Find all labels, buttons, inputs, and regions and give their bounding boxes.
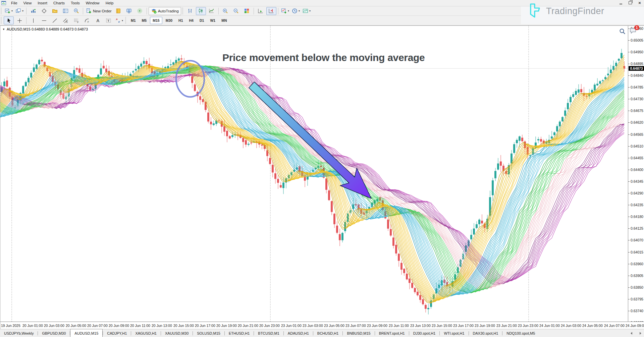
text-label-button[interactable]: T — [103, 16, 113, 24]
bar-chart-button[interactable] — [185, 7, 195, 15]
toolbar-handle[interactable] — [125, 17, 127, 24]
chart-tab-xauusd[interactable]: XAUUSD,M30 — [161, 329, 193, 337]
price-axis[interactable]: 0.650600.650050.649500.648950.648400.647… — [628, 26, 644, 322]
dropdown-caret-icon[interactable]: ▾ — [299, 9, 300, 12]
chart-tab-dax30.spot[interactable]: DAX30.spot,H1 — [469, 329, 502, 337]
timeframe-m1-button[interactable]: M1 — [128, 17, 139, 24]
signals-button[interactable] — [135, 7, 145, 15]
menu-item-tools[interactable]: Tools — [68, 1, 83, 5]
menu-item-insert[interactable]: Insert — [35, 1, 50, 5]
dropdown-caret-icon[interactable]: ▾ — [288, 9, 289, 12]
fibonacci-button[interactable]: F — [71, 16, 81, 24]
menu-item-view[interactable]: View — [20, 1, 35, 5]
metaeditor-button[interactable] — [113, 7, 123, 15]
fibo-channel-button[interactable]: F — [82, 16, 92, 24]
chart-tab-cadjpy[interactable]: CADJPY,H1 — [103, 329, 131, 337]
terminal-button[interactable] — [60, 7, 70, 15]
equidistant-channel-button[interactable]: E — [60, 16, 70, 24]
toolbar-handle[interactable] — [1, 17, 2, 24]
templates-button[interactable]: ▾ — [302, 7, 312, 15]
crosshair-button[interactable] — [14, 16, 24, 24]
toolbar-handle[interactable] — [1, 8, 2, 14]
time-axis-label: 20 Jun 19:00 — [216, 324, 237, 328]
vertical-line-button[interactable] — [28, 16, 38, 24]
periods-button[interactable]: ▾ — [291, 7, 301, 15]
time-axis[interactable]: 19 Jun 202520 Jun 01:0020 Jun 03:0020 Ju… — [0, 322, 644, 330]
chart-tab-bnbusd[interactable]: BNBUSD,M15 — [343, 329, 374, 337]
auto-scroll-button[interactable] — [256, 7, 266, 15]
horizontal-line-button[interactable] — [39, 16, 49, 24]
arrows-button[interactable]: ▾ — [114, 16, 124, 24]
line-chart-button[interactable] — [207, 7, 217, 15]
chart-shift-button[interactable] — [266, 7, 276, 15]
price-axis-label: 0.64840 — [631, 73, 643, 77]
indicators-button[interactable]: ▾ — [280, 7, 290, 15]
profiles-button[interactable]: ▾ — [14, 7, 24, 15]
chart-tab-brent.spot[interactable]: BRENT.spot,H1 — [375, 329, 409, 337]
menu-item-charts[interactable]: Charts — [50, 1, 68, 5]
time-axis-label: 23 Jun 09:00 — [367, 324, 387, 328]
data-window-button[interactable] — [39, 7, 49, 15]
chart-tab-btcusd[interactable]: BTCUSD,M1 — [254, 329, 283, 337]
time-axis-label: 23 Jun 19:00 — [475, 324, 495, 328]
time-axis-label: 20 Jun 21:00 — [238, 324, 258, 328]
candlestick-chart-button[interactable] — [196, 7, 206, 15]
zoom-in-button[interactable] — [220, 7, 230, 15]
zoom-out-button[interactable] — [231, 7, 241, 15]
bar-chart-icon — [187, 8, 193, 14]
time-axis-label: 20 Jun 23:00 — [259, 324, 280, 328]
timeframe-h4-button[interactable]: H4 — [186, 17, 196, 24]
chart-tab-dj30.spot[interactable]: DJ30.spot,H1 — [409, 329, 440, 337]
tile-windows-button[interactable] — [242, 7, 252, 15]
community-button[interactable] — [124, 7, 134, 15]
cursor-button[interactable] — [4, 16, 14, 24]
price-axis-label: 0.64730 — [631, 97, 643, 101]
restore-button[interactable] — [627, 0, 633, 5]
dropdown-caret-icon[interactable]: ▾ — [11, 9, 13, 12]
search-icon[interactable] — [619, 28, 626, 35]
timeframe-mn-button[interactable]: MN — [219, 17, 229, 24]
text-button[interactable]: A — [93, 16, 103, 24]
timeframe-m5-button[interactable]: M5 — [139, 17, 150, 24]
chart-tab-ndq100.spot[interactable]: NDQ100.spot,M5 — [502, 329, 539, 337]
chart-tab-ethusd[interactable]: ETHUSD,H1 — [225, 329, 254, 337]
toolbar-handle[interactable] — [182, 8, 184, 14]
timeframe-w1-button[interactable]: W1 — [207, 17, 218, 24]
toolbar-separator — [147, 8, 147, 14]
tab-scroll-left-icon[interactable] — [631, 332, 632, 335]
new-order-button[interactable]: New Order — [85, 7, 113, 15]
timeframe-h1-button[interactable]: H1 — [176, 17, 185, 24]
navigator-button[interactable] — [50, 7, 60, 15]
dropdown-caret-icon[interactable]: ▾ — [22, 9, 23, 12]
trendline-button[interactable] — [50, 16, 60, 24]
chart-tab-xagusd[interactable]: XAGUSD,H1 — [131, 329, 161, 337]
chart-tab-gbpusd[interactable]: GBPUSD,M30 — [38, 329, 70, 337]
current-price-tag: 0.64873 — [629, 66, 644, 71]
price-tick — [628, 299, 630, 299]
chart-tab-bchusd[interactable]: BCHUSD,H1 — [313, 329, 343, 337]
timeframe-m15-button[interactable]: M15 — [150, 17, 162, 24]
menu-item-window[interactable]: Window — [83, 1, 103, 5]
menu-item-help[interactable]: Help — [103, 1, 117, 5]
chart-tab-solusd[interactable]: SOLUSD,M15 — [193, 329, 224, 337]
chart-tab-wti.spot[interactable]: WTI.spot,H1 — [440, 329, 468, 337]
time-axis-label: 20 Jun 17:00 — [195, 324, 215, 328]
chart-tab-usdjpyb[interactable]: USDJPYb,Weekly — [0, 329, 38, 337]
timeframe-d1-button[interactable]: D1 — [197, 17, 207, 24]
minimize-button[interactable] — [618, 0, 624, 5]
timeframe-m30-button[interactable]: M30 — [163, 17, 175, 24]
chart-plot[interactable] — [0, 26, 628, 322]
chart-collapse-icon[interactable]: ▼ — [2, 28, 5, 31]
dropdown-caret-icon[interactable]: ▾ — [309, 9, 311, 12]
dropdown-caret-icon[interactable]: ▾ — [122, 19, 123, 22]
tab-scroll-right-icon[interactable] — [640, 332, 641, 335]
chart-tab-audusd[interactable]: AUDUSD,M15 — [70, 329, 103, 337]
new-chart-button[interactable]: ▾ — [4, 7, 14, 15]
chart-tab-adausd[interactable]: ADAUSD,H1 — [284, 329, 313, 337]
strategy-tester-button[interactable] — [71, 7, 81, 15]
close-button[interactable]: × — [637, 0, 643, 5]
svg-text:T: T — [107, 19, 109, 22]
market-watch-button[interactable] — [28, 7, 38, 15]
menu-item-file[interactable]: File — [8, 1, 20, 5]
autotrading-button[interactable]: AutoTrading — [149, 7, 181, 15]
